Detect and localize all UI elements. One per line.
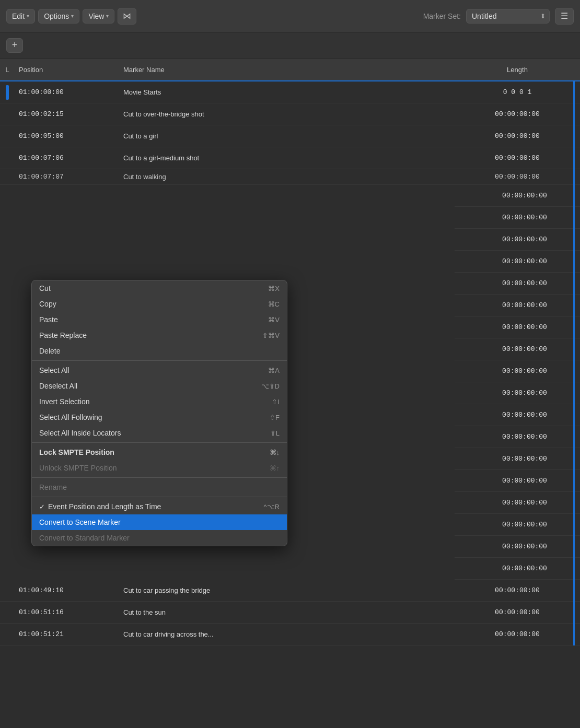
options-menu-button[interactable]: Options ▾ [38,9,79,24]
menu-item-deselect-all[interactable]: Deselect All ⌥⇧D [32,378,287,394]
menu-item-paste[interactable]: Paste ⌘V [32,312,287,327]
row-name: Movie Starts [119,88,455,96]
menu-item-copy[interactable]: Copy ⌘C [32,296,287,312]
row-length: 00:00:00:00 [469,477,580,485]
menu-separator [32,360,287,361]
table-row: 00:00:00:00 [455,470,580,492]
menu-shortcut-cut: ⌘X [268,285,280,292]
list-view-icon: ☰ [561,11,568,21]
table-row: 00:00:00:00 [455,492,580,514]
table-row: 00:00:00:00 [455,273,580,295]
table-row[interactable]: 01:00:51:16 Cut to the sun 00:00:00:00 [0,602,580,624]
menu-shortcut-invert-selection: ⇧I [272,398,280,406]
table-row[interactable]: 01:00:51:21 Cut to car driving across th… [0,624,580,645]
menu-item-label: Select All Following [39,413,102,421]
menu-item-event-position[interactable]: ✓ Event Position and Length as Time ^⌥R [32,499,287,514]
snap-button[interactable]: ⋈ [118,8,136,25]
menu-item-lock-smpte[interactable]: Lock SMPTE Position ⌘↓ [32,444,287,460]
table-row: 00:00:00:00 [455,404,580,426]
row-position: 01:00:49:10 [15,586,119,594]
menu-item-label: Rename [39,483,67,491]
row-length: 00:00:00:00 [455,586,580,594]
marker-set-wrapper: Untitled ⬍ [466,9,550,24]
marker-set-select[interactable]: Untitled [466,9,550,24]
toolbar-left: Edit ▾ Options ▾ View ▾ ⋈ [6,8,136,25]
table-row[interactable]: 01:00:07:06 Cut to a girl-medium shot 00… [0,147,580,169]
table-row[interactable]: 01:00:05:00 Cut to a girl 00:00:00:00 [0,125,580,147]
table-row[interactable]: 01:00:00:00 Movie Starts 0 0 0 1 [0,81,580,103]
row-length: 00:00:00:00 [469,455,580,463]
menu-item-label: Convert to Scene Marker [39,518,121,526]
menu-item-convert-scene-marker[interactable]: Convert to Scene Marker [32,514,287,530]
list-view-button[interactable]: ☰ [555,8,574,25]
menu-item-label: Copy [39,300,56,308]
menu-item-label: Select All Inside Locators [39,429,121,437]
row-name: Cut to the sun [119,608,455,616]
row-length: 00:00:00:00 [455,154,580,162]
row-length: 00:00:00:00 [469,257,580,265]
menu-item-label: Unlock SMPTE Position [39,464,117,472]
menu-shortcut-select-all-inside-locators: ⇧L [270,429,280,437]
snap-icon: ⋈ [123,11,131,21]
options-chevron-icon: ▾ [71,13,74,19]
menu-item-invert-selection[interactable]: Invert Selection ⇧I [32,394,287,409]
menu-shortcut-select-all: ⌘A [268,367,280,374]
col-header-l: L [0,66,15,74]
row-name: Cut to walking [119,173,455,181]
menu-separator [32,442,287,443]
row-position: 01:00:07:06 [15,154,119,162]
add-marker-button[interactable]: + [6,38,23,53]
table-row[interactable]: 01:00:07:07 Cut to walking 00:00:00:00 [0,169,580,185]
menu-item-select-all-following[interactable]: Select All Following ⇧F [32,409,287,425]
row-length: 00:00:00:00 [469,411,580,419]
menu-separator [32,477,287,478]
row-length: 00:00:00:00 [469,389,580,397]
menu-item-delete[interactable]: Delete [32,343,287,359]
menu-item-label: Lock SMPTE Position [39,448,114,456]
row-name: Cut to a girl [119,132,455,140]
menu-item-label: Select All [39,366,69,374]
row-length: 00:00:00:00 [469,565,580,572]
table-row: 00:00:00:00 [455,382,580,404]
view-menu-button[interactable]: View ▾ [83,9,114,24]
table-row: 00:00:00:00 [455,295,580,316]
table-row[interactable]: 01:00:02:15 Cut to over-the-bridge shot … [0,103,580,125]
table-body: 01:00:00:00 Movie Starts 0 0 0 1 01:00:0… [0,81,580,645]
view-chevron-icon: ▾ [106,13,109,19]
edit-menu-button[interactable]: Edit ▾ [6,9,35,24]
menu-separator [32,497,287,497]
table-right-border [573,81,575,645]
row-name: Cut to a girl-medium shot [119,154,455,162]
row-position: 01:00:02:15 [15,110,119,118]
menu-item-unlock-smpte: Unlock SMPTE Position ⌘↑ [32,460,287,476]
options-label: Options [44,12,69,20]
menu-item-paste-replace[interactable]: Paste Replace ⇧⌘V [32,327,287,343]
col-header-marker-name: Marker Name [119,66,455,74]
row-length: 00:00:00:00 [469,543,580,550]
row-length: 0 0 0 1 [455,88,580,96]
edit-chevron-icon: ▾ [27,13,29,19]
table-row: 00:00:00:00 [455,558,580,580]
menu-item-label: Paste [39,315,58,324]
table-row: 00:00:00:00 [455,360,580,382]
menu-shortcut-copy: ⌘C [268,300,280,308]
table-row: 00:00:00:00 [455,316,580,338]
marker-set-label: Marker Set: [423,12,461,20]
menu-item-label: Delete [39,347,60,355]
menu-item-cut[interactable]: Cut ⌘X [32,280,287,296]
menu-item-select-all-inside-locators[interactable]: Select All Inside Locators ⇧L [32,425,287,441]
col-header-position: Position [15,66,119,74]
menu-item-select-all[interactable]: Select All ⌘A [32,362,287,378]
table-row: 00:00:00:00 [455,448,580,470]
check-mark-icon: ✓ [39,503,45,511]
menu-shortcut-lock-smpte: ⌘↓ [270,449,280,456]
row-length: 00:00:00:00 [469,345,580,353]
row-length: 00:00:00:00 [469,192,580,199]
row-position: 01:00:51:21 [15,630,119,638]
table-row[interactable]: 01:00:49:10 Cut to car passing the bridg… [0,580,580,602]
row-length: 00:00:00:00 [469,214,580,221]
row-name: Cut to over-the-bridge shot [119,110,455,118]
row-length: 00:00:00:00 [469,279,580,287]
menu-item-label: Paste Replace [39,331,87,339]
row-length: 00:00:00:00 [455,608,580,616]
